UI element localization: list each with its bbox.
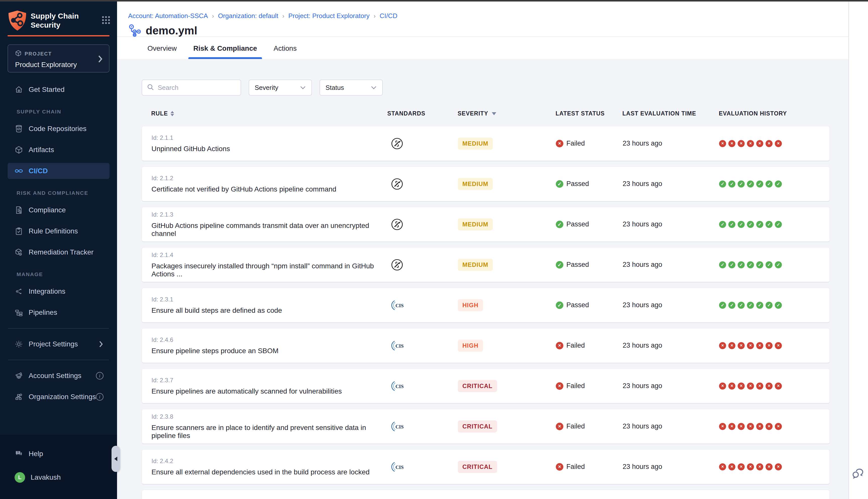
breadcrumb-cicd[interactable]: CI/CD [380,12,398,20]
status-label: Failed [566,463,585,471]
project-selector[interactable]: PROJECT Product Exploratory [8,45,109,73]
sidebar-item-integrations[interactable]: Integrations [8,283,109,300]
window-top-bar [0,0,868,1]
sidebar-item-pipelines[interactable]: Pipelines [8,304,109,320]
last-evaluation-time: 23 hours ago [623,463,719,471]
sidebar-item-code-repositories[interactable]: Code Repositories [8,121,109,137]
history-pass-icon: ✓ [765,181,773,187]
table-row[interactable]: Id: 2.4.6 Ensure pipeline steps produce … [142,328,830,363]
history-pass-icon: ✓ [747,302,754,309]
last-evaluation-time: 23 hours ago [623,220,719,228]
tab-overview[interactable]: Overview [145,45,179,59]
sidebar-item-organization-settings[interactable]: Organization Settings i [8,389,109,405]
status-filter[interactable]: Status [320,80,383,96]
search-input[interactable] [158,84,233,92]
rule-title: Certificate not verified by GitHub Actio… [152,185,387,193]
sidebar-item-remediation-tracker[interactable]: Remediation Tracker [8,244,109,260]
breadcrumb-separator: › [282,13,284,20]
history-fail-icon: × [719,423,726,430]
status-label: Failed [566,382,585,390]
history-fail-icon: × [738,382,745,390]
rule-id: Id: 2.3.7 [152,377,387,384]
sidebar-item-rule-definitions[interactable]: Rule Definitions [8,223,109,239]
sidebar-item-project-settings[interactable]: Project Settings [8,336,109,352]
severity-badge: CRITICAL [458,380,497,392]
sidebar-item-cicd[interactable]: CI/CD [8,163,109,179]
status-label: Failed [566,342,585,349]
evaluation-history: ××××××× [719,463,830,471]
sidebar: Supply Chain Security PROJECT Product Ex… [0,1,117,499]
chevron-down-icon [371,86,377,89]
history-fail-icon: × [747,140,754,147]
history-pass-icon: ✓ [728,261,735,268]
owasp-standard-icon [390,178,403,191]
sidebar-item-help[interactable]: ? Help [8,446,109,462]
severity-badge: CRITICAL [458,421,497,433]
sort-icon [170,111,174,116]
status-label: Failed [566,139,585,147]
info-icon[interactable]: i [96,372,104,379]
table-row[interactable]: Id: 2.1.1 Unpinned GitHub Actions MEDIUM… [142,126,830,161]
infinity-icon [14,168,23,174]
breadcrumb-account[interactable]: Account: Automation-SSCA [128,12,208,20]
tab-risk-and-compliance[interactable]: Risk & Compliance [191,45,260,59]
sidebar-item-artifacts[interactable]: Artifacts [8,142,109,158]
last-evaluation-time: 23 hours ago [623,180,719,188]
project-name: Product Exploratory [15,61,104,69]
column-latest-status: LATEST STATUS [556,110,622,117]
evaluation-history: ✓✓✓✓✓✓✓ [719,261,830,268]
svg-text:CIS: CIS [396,465,404,470]
column-last-evaluation-time: LAST EVALUATION TIME [622,110,719,117]
history-fail-icon: × [775,382,782,390]
evaluation-history: ✓✓✓✓✓✓✓ [719,221,830,228]
column-rule[interactable]: RULE [151,110,387,117]
table-row[interactable]: Id: 2.3.1 Ensure all build steps are def… [142,288,830,323]
main-area: Account: Automation-SSCA › Organization:… [117,1,848,499]
section-supply-chain: SUPPLY CHAIN [16,109,117,115]
filter-bar: Severity Status [142,80,848,96]
module-grid-icon[interactable] [101,15,110,26]
sidebar-collapse-handle[interactable] [111,446,120,472]
table-row[interactable]: Id: 2.1.3 GitHub Actions pipeline comman… [142,207,830,242]
rule-id: Id: 2.1.4 [152,252,387,258]
column-evaluation-history: EVALUATION HISTORY [719,110,830,117]
tab-actions[interactable]: Actions [271,45,299,59]
evaluation-history: ✓✓✓✓✓✓✓ [719,181,830,187]
cis-standard-icon: CIS [390,379,403,392]
compliance-document-icon [14,206,23,214]
history-pass-icon: ✓ [738,221,745,228]
status-label: Passed [566,180,589,188]
history-fail-icon: × [719,342,726,349]
table-row[interactable]: Id: 2.3.7 Ensure pipelines are automatic… [142,368,830,404]
history-fail-icon: × [738,342,745,349]
info-icon[interactable]: i [96,393,104,401]
breadcrumb-project[interactable]: Project: Product Exploratory [288,12,370,20]
user-menu[interactable]: L Lavakush [8,470,109,485]
table-row[interactable]: Id: 3.1.7 CIS CRITICAL × Failed 23 hours… [142,490,830,499]
sidebar-item-get-started[interactable]: Get Started [8,82,109,98]
table-row[interactable]: Id: 2.1.2 Certificate not verified by Gi… [142,167,830,202]
history-pass-icon: ✓ [719,181,726,187]
severity-badge: CRITICAL [458,461,497,473]
breadcrumb-organization[interactable]: Organization: default [218,12,278,20]
history-pass-icon: ✓ [756,261,763,268]
last-evaluation-time: 23 hours ago [623,301,719,309]
history-pass-icon: ✓ [775,181,782,187]
severity-filter[interactable]: Severity [249,80,312,96]
table-row[interactable]: Id: 2.1.4 Packages insecurely installed … [142,247,830,282]
chat-support-icon[interactable] [851,467,865,483]
owasp-standard-icon [390,137,403,150]
last-evaluation-time: 23 hours ago [623,423,719,430]
sidebar-item-compliance[interactable]: Compliance [8,202,109,218]
sidebar-footer: ? Help L Lavakush [0,435,117,499]
severity-badge: MEDIUM [458,218,493,230]
history-fail-icon: × [738,423,745,430]
last-evaluation-time: 23 hours ago [623,382,719,390]
column-severity[interactable]: SEVERITY [458,110,556,117]
search-box [142,80,241,96]
table-row[interactable]: Id: 2.4.2 Ensure all external dependenci… [142,449,830,485]
table-row[interactable]: Id: 2.3.8 Ensure scanners are in place t… [142,409,830,444]
page-header: Account: Automation-SSCA › Organization:… [117,1,848,37]
sidebar-item-account-settings[interactable]: Account Settings i [8,368,109,384]
history-pass-icon: ✓ [756,302,763,309]
